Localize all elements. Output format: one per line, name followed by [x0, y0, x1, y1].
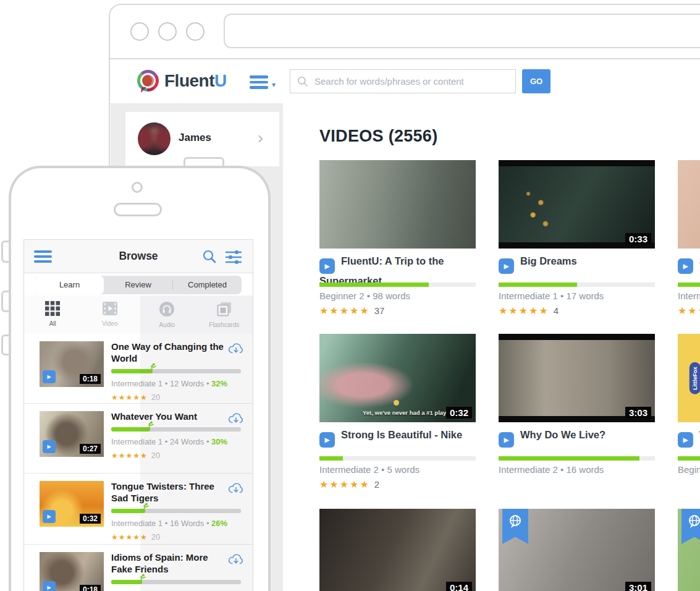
video-thumbnail[interactable]: ▶ 0:27	[40, 411, 104, 457]
progress-percent: 30%	[211, 437, 227, 446]
tab-learn[interactable]: Learn	[35, 276, 104, 294]
filter-flashcards[interactable]: Flashcards	[196, 296, 253, 334]
download-cloud-icon[interactable]	[227, 481, 245, 496]
video-title[interactable]: ▶Why Do We Live?	[499, 428, 655, 448]
menu-icon[interactable]	[34, 250, 52, 265]
video-card[interactable]: 0:14	[319, 509, 476, 591]
tab-review[interactable]: Review	[104, 276, 172, 294]
download-cloud-icon[interactable]	[227, 411, 245, 426]
address-bar[interactable]	[224, 14, 700, 48]
filter-video[interactable]: Video	[82, 296, 139, 334]
play-icon: ▶	[678, 258, 693, 274]
menu-icon[interactable]: ▾	[250, 75, 268, 91]
video-thumbnail[interactable]: LittleFox	[678, 334, 700, 422]
duration-badge: 3:01	[625, 582, 651, 591]
subtitle-caption: Yet, we've never had a #1 player	[363, 409, 452, 416]
video-card[interactable]: ▶3 Intermediate 1 ★★★★★	[678, 160, 700, 323]
play-icon: ▶	[499, 258, 514, 274]
window-control-icon[interactable]	[158, 22, 177, 41]
rating: ★★★★★4	[499, 305, 559, 317]
logo-text: FluentU	[164, 71, 227, 91]
video-thumbnail[interactable]	[319, 160, 476, 249]
video-title[interactable]: ▶Big Dreams	[499, 254, 655, 274]
download-cloud-icon[interactable]	[227, 552, 245, 567]
tab-completed[interactable]: Completed	[173, 276, 242, 294]
video-title[interactable]: ▶3	[678, 254, 700, 274]
video-meta: Intermediate 1 • 16 Words • 26%	[111, 519, 245, 528]
rating: ★★★★★2	[319, 478, 379, 490]
video-thumbnail[interactable]: 3:03	[499, 334, 655, 422]
rating-count: 4	[554, 305, 559, 316]
video-card[interactable]: ▶FluentU: A Trip to the Supermarket Begi…	[319, 160, 476, 323]
list-item[interactable]: ▶ 0:27 Whatever You Want Intermedi	[24, 404, 253, 474]
content-type-filters: All Video Audio	[24, 296, 253, 334]
progress-bar	[499, 456, 655, 461]
flashcards-icon	[216, 301, 232, 317]
filter-label: Audio	[138, 321, 196, 328]
filter-all[interactable]: All	[24, 296, 82, 334]
video-thumbnail[interactable]: Yet, we've never had a #1 player 0:32	[319, 334, 476, 422]
star-icons: ★★★★★	[678, 305, 700, 316]
list-item[interactable]: ▶ 0:18 One Way of Changing the World	[24, 334, 253, 404]
progress-bar	[319, 456, 476, 461]
chevron-down-icon: ▾	[272, 80, 276, 89]
progress-bar	[678, 283, 700, 287]
play-icon: ▶	[678, 432, 693, 448]
progress-percent: 32%	[211, 379, 227, 388]
video-thumbnail[interactable]: 0:33	[499, 160, 655, 249]
window-control-icon[interactable]	[186, 22, 205, 41]
video-card[interactable]: Yet, we've never had a #1 player 0:32 ▶S…	[319, 334, 476, 497]
video-thumbnail[interactable]: ▶ 0:32	[40, 481, 104, 527]
video-card[interactable]	[678, 509, 700, 591]
video-thumbnail[interactable]: ▶ 0:18	[40, 341, 104, 387]
rating-count: 20	[151, 451, 160, 460]
search-box	[290, 69, 516, 93]
download-cloud-icon[interactable]	[227, 341, 245, 356]
filter-sliders-icon[interactable]	[224, 249, 243, 264]
rating: ★★★★★20	[111, 449, 245, 461]
globe-icon	[507, 514, 523, 530]
video-card[interactable]: LittleFox ▶W Beginner	[678, 334, 700, 497]
filter-label: Video	[82, 320, 139, 327]
rating: ★★★★★20	[111, 531, 245, 542]
progress-bar	[111, 509, 241, 513]
video-thumbnail[interactable]: ▶ 0:18	[40, 552, 104, 591]
globe-logo-icon	[137, 70, 159, 91]
fluentu-logo[interactable]: FluentU	[137, 70, 227, 91]
window-control-icon[interactable]	[130, 22, 149, 41]
video-card[interactable]: 3:01	[499, 509, 655, 591]
duration-badge: 3:03	[625, 407, 651, 419]
star-icons: ★★★★★	[319, 479, 370, 490]
rating: ★★★★★20	[111, 391, 245, 402]
video-title[interactable]: ▶W	[678, 428, 700, 448]
audio-icon	[159, 301, 175, 317]
play-icon: ▶	[43, 510, 56, 523]
search-icon[interactable]	[202, 249, 217, 264]
video-thumbnail[interactable]	[678, 160, 700, 249]
filter-audio[interactable]: Audio	[138, 296, 196, 334]
video-title[interactable]: ▶Strong Is Beautiful - Nike	[319, 428, 476, 448]
star-icons: ★★★★★	[111, 533, 148, 542]
star-icons: ★★★★★	[111, 451, 148, 460]
runner-icon	[138, 574, 146, 583]
main-content: VIDEOS (2556) ▶FluentU: A Trip to the Su…	[283, 103, 700, 591]
phone-camera-icon	[132, 182, 143, 193]
video-card[interactable]: 3:03 ▶Why Do We Live? Intermediate 2 • 1…	[499, 334, 655, 497]
list-item[interactable]: ▶ 0:32 Tongue Twisters: Three Sad Tigers	[24, 474, 253, 545]
rating-count: 20	[151, 393, 160, 402]
duration-badge: 0:33	[625, 233, 651, 245]
play-icon: ▶	[319, 258, 335, 274]
progress-bar	[111, 427, 241, 432]
filter-label: All	[24, 320, 82, 327]
go-button[interactable]: GO	[522, 69, 550, 93]
rating-count: 37	[374, 305, 385, 316]
video-title: Idioms of Spain: More Fake Friends	[111, 551, 245, 575]
search-input[interactable]	[313, 75, 509, 87]
list-item[interactable]: ▶ 0:18 Idioms of Spain: More Fake Friend…	[24, 545, 253, 591]
star-icons: ★★★★★	[111, 393, 148, 402]
duration-badge: 0:14	[446, 582, 472, 591]
runner-icon	[146, 421, 154, 430]
play-icon: ▶	[43, 370, 56, 383]
video-card[interactable]: 0:33 ▶Big Dreams Intermediate 1 • 17 wor…	[499, 160, 655, 323]
video-thumbnail[interactable]: 0:14	[319, 509, 476, 591]
